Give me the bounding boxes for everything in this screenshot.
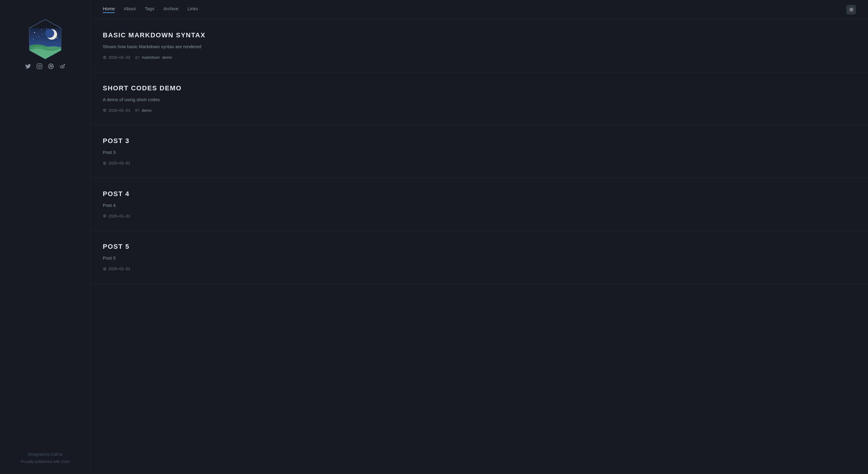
post-item: POST 4 Post 4 ⚙ 2020–01–01 [91,178,868,231]
post-title[interactable]: BASIC MARKDOWN SYNTAX [103,31,856,39]
twitter-icon[interactable] [25,63,31,71]
svg-rect-16 [37,64,42,69]
post-date-value: 2020–01–01 [108,267,130,271]
post-title[interactable]: POST 4 [103,190,856,198]
post-date: ⚙ 2020–01–01 [103,213,130,218]
post-title[interactable]: POST 3 [103,137,856,145]
post-excerpt: A demo of using short codes [103,96,856,103]
nav-about[interactable]: About [124,6,135,13]
navigation: Home About Tags Archive Links ⊞ [91,0,868,19]
sidebar-footer: Designed by CalCal Proudly published wit… [21,451,70,465]
post-excerpt: Shows how basic Markdown syntax are rend… [103,43,856,50]
nav-links[interactable]: Links [187,6,198,13]
post-meta: ⚙ 2020–01–01 [103,213,856,218]
svg-point-11 [42,34,43,34]
post-date: ⚙ 2020–01–01 [103,161,130,166]
svg-point-7 [46,28,47,29]
post-meta: ⚙ 2020–01–01 [103,161,856,166]
post-excerpt: Post 3 [103,149,856,156]
post-title[interactable]: SHORT CODES DEMO [103,84,856,92]
social-icons-container [25,63,65,71]
post-date-value: 2020–01–01 [108,161,130,165]
sidebar: Designed by CalCal Proudly published wit… [0,0,90,474]
published-with-text: Proudly published with Zola! [21,458,70,465]
tag[interactable]: markdown [142,55,160,60]
svg-point-10 [33,39,34,39]
post-date-value: 2020–01–01 [108,108,130,113]
designed-by-text: Designed by CalCal [21,451,70,458]
post-date-value: 2020–01–01 [108,214,130,218]
calendar-icon: ⚙ [103,213,107,218]
svg-point-3 [34,32,35,33]
nav-archive[interactable]: Archive [163,6,179,13]
calendar-icon: ⚙ [103,55,107,60]
post-item: SHORT CODES DEMO A demo of using short c… [91,72,868,125]
posts-list: BASIC MARKDOWN SYNTAX Shows how basic Ma… [91,19,868,284]
post-date: ⚙ 2020–01–01 [103,108,130,113]
dribbble-icon[interactable] [48,63,54,71]
post-tags: 🏷 demo [135,108,152,113]
post-title[interactable]: POST 5 [103,243,856,250]
post-item: POST 3 Post 3 ⚙ 2020–01–01 [91,125,868,178]
calendar-icon: ⚙ [103,267,107,271]
post-date: ⚙ 2020–01–02 [103,55,130,60]
post-meta: ⚙ 2020–01–01 🏷 demo [103,108,856,113]
nav-links: Home About Tags Archive Links [103,6,198,13]
post-item: POST 5 Post 5 ⚙ 2020–01–01 [91,231,868,284]
tags-icon: 🏷 [135,108,139,113]
post-date-value: 2020–01–02 [108,55,130,60]
grid-icon: ⊞ [849,7,853,12]
nav-tags[interactable]: Tags [145,6,154,13]
site-logo [24,18,66,60]
nav-home[interactable]: Home [103,6,115,13]
post-tags: 🏷 markdowndemo [135,55,172,60]
calendar-icon: ⚙ [103,161,107,166]
post-item: BASIC MARKDOWN SYNTAX Shows how basic Ma… [91,19,868,72]
svg-point-8 [38,36,39,37]
post-meta: ⚙ 2020–01–01 [103,267,856,271]
tags-icon: 🏷 [135,55,139,60]
post-date: ⚙ 2020–01–01 [103,267,130,271]
main-content: Home About Tags Archive Links ⊞ BASIC MA… [90,0,868,474]
svg-point-4 [41,30,41,30]
svg-point-13 [45,29,54,38]
nav-menu-icon[interactable]: ⊞ [846,5,856,14]
weibo-icon[interactable] [59,63,65,71]
post-excerpt: Post 4 [103,202,856,209]
svg-point-9 [57,37,58,38]
tag[interactable]: demo [142,108,152,113]
instagram-icon[interactable] [36,63,42,71]
calendar-icon: ⚙ [103,108,107,113]
tag[interactable]: demo [162,55,172,60]
post-meta: ⚙ 2020–01–02 🏷 markdowndemo [103,55,856,60]
post-excerpt: Post 5 [103,255,856,262]
